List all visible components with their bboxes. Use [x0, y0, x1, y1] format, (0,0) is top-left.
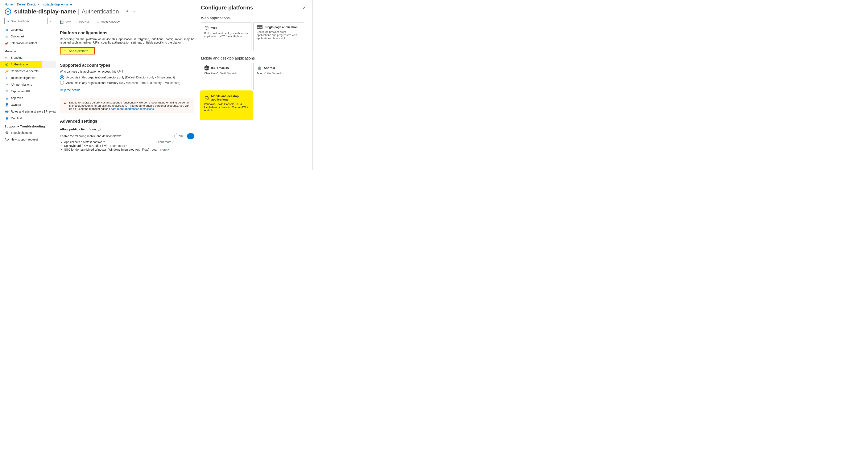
sidebar-item-roles[interactable]: 👥 Roles and administrators | Preview	[0, 108, 60, 115]
tile-title: iOS / macOS	[211, 66, 229, 70]
tile-desc: Configure browser client applications an…	[257, 30, 301, 40]
sidebar-item-overview[interactable]: ▦ Overview	[0, 26, 60, 33]
radio-label: Accounts in this organizational director…	[66, 76, 175, 79]
sidebar-item-quickstart[interactable]: ☁ Quickstart	[0, 33, 60, 40]
sidebar-item-certs[interactable]: 🔑 Certificates & secrets	[0, 68, 60, 75]
close-icon: ✕	[75, 21, 78, 24]
sidebar-item-label: Owners	[11, 103, 21, 107]
close-panel-button[interactable]: ✕	[302, 5, 307, 11]
radio-icon	[60, 75, 64, 80]
save-button[interactable]: 💾 Save	[60, 21, 71, 24]
title-page: Authentication	[82, 8, 119, 15]
toggle-yes-label: Yes	[178, 134, 183, 137]
sidebar-item-label: Roles and administrators | Preview	[11, 110, 56, 113]
svg-rect-4	[207, 97, 209, 99]
page-title: suitable-display-name | Authentication	[14, 8, 119, 15]
ticket-icon: 💬	[5, 138, 9, 141]
sidebar-item-authentication[interactable]: Authentication	[0, 61, 42, 68]
toggle-knob	[187, 133, 194, 139]
sidebar-item-manifest[interactable]: ▣ Manifest	[0, 115, 60, 122]
tile-title: Mobile and desktop applications	[211, 94, 249, 101]
learn-more-link[interactable]: Learn more↗	[152, 148, 169, 151]
sidebar-item-label: Quickstart	[11, 35, 24, 38]
panel-title: Configure platforms	[201, 4, 253, 11]
discard-button[interactable]: ✕ Discard	[75, 21, 89, 24]
key-icon: 🔑	[5, 69, 9, 73]
tile-web[interactable]: Web Build, host, and deploy a web server…	[201, 23, 252, 50]
tile-title: Web	[211, 26, 217, 29]
www-icon: www	[257, 25, 262, 29]
breadcrumb-sep: ›	[14, 3, 16, 6]
panel-section-web: Web applications	[201, 16, 307, 21]
alert-personal-accounts: ▲ Due to temporary differences in suppor…	[60, 98, 194, 113]
globe-icon	[204, 25, 209, 30]
plus-icon: ＋	[63, 49, 67, 53]
search-icon	[6, 19, 9, 23]
rocket-icon: 🚀	[5, 41, 9, 45]
more-icon[interactable]: ···	[131, 10, 135, 14]
save-icon: 💾	[60, 21, 63, 24]
radio-label: Accounts in any organizational directory…	[66, 81, 180, 85]
radio-icon	[60, 81, 64, 85]
external-link-icon: ↗	[172, 141, 174, 144]
section-platform-desc: Depending on the platform or device this…	[60, 37, 194, 44]
sidebar-item-integration[interactable]: 🚀 Integration assistant	[0, 40, 60, 47]
wrench-icon: 🛠	[5, 131, 9, 135]
learn-more-link[interactable]: Learn more↗	[156, 140, 174, 144]
sidebar-item-apiperm[interactable]: ⊸ API permissions	[0, 81, 60, 88]
feedback-button[interactable]: ♡ Got feedback?	[97, 21, 120, 24]
sidebar-item-support-request[interactable]: 💬 New support request	[0, 136, 60, 143]
sidebar-item-approles[interactable]: ▤ App roles	[0, 95, 60, 101]
external-link-icon: ↗	[167, 148, 169, 151]
breadcrumb-app[interactable]: suitable-display-name	[43, 3, 72, 6]
breadcrumb-directory[interactable]: Default Directory	[17, 3, 39, 6]
sidebar-item-label: Branding	[11, 56, 23, 59]
sidebar-item-expose[interactable]: ⟲ Expose an API	[0, 88, 60, 95]
sidebar-item-label: Expose an API	[11, 90, 30, 93]
sidebar-section-support: Support + Troubleshooting	[4, 124, 56, 128]
info-icon[interactable]: i	[98, 128, 101, 131]
sidebar-section-manage: Manage	[4, 50, 56, 53]
tile-title: Android	[264, 66, 275, 70]
collapse-sidebar-icon[interactable]: «	[49, 19, 53, 24]
expose-icon: ⟲	[5, 90, 9, 93]
tile-desc: Objective-C, Swift, Xamarin	[204, 72, 249, 75]
configure-platforms-panel: Configure platforms ✕ Web applications W…	[195, 0, 312, 170]
learn-more-link[interactable]: Learn more↗	[110, 144, 128, 147]
sidebar-item-label: New support request	[11, 138, 38, 141]
tile-desc: Build, host, and deploy a web server app…	[204, 32, 249, 38]
cloud-icon: ☁	[5, 35, 9, 38]
alert-link[interactable]: Learn more about these restrictions.	[109, 107, 154, 111]
auth-icon	[5, 63, 9, 66]
app-logo-icon	[5, 8, 11, 15]
search-box[interactable]	[4, 18, 48, 24]
warning-icon: ▲	[63, 101, 67, 111]
sidebar-item-label: Certificates & secrets	[11, 69, 38, 73]
public-client-toggle[interactable]: Yes	[174, 133, 194, 139]
manifest-icon: ▣	[5, 117, 9, 120]
sidebar-item-label: Troubleshooting	[11, 131, 32, 135]
external-link-icon: ↗	[125, 145, 128, 147]
search-input[interactable]	[10, 19, 45, 23]
breadcrumb-home[interactable]: Home	[5, 3, 12, 6]
help-decide-link[interactable]: Help me decide...	[60, 88, 83, 92]
android-icon: 🤖	[257, 65, 262, 70]
roles-icon: 👥	[5, 110, 9, 113]
add-platform-label: Add a platform	[69, 49, 88, 53]
sidebar-item-owners[interactable]: 👤 Owners	[0, 101, 60, 108]
sidebar-item-troubleshooting[interactable]: 🛠 Troubleshooting	[0, 129, 60, 136]
tile-spa[interactable]: www Single-page application Configure br…	[253, 23, 304, 50]
pin-icon[interactable]	[125, 10, 129, 14]
add-platform-button[interactable]: ＋ Add a platform	[60, 47, 95, 55]
sidebar-item-branding[interactable]: 🏷 Branding	[0, 54, 60, 61]
owners-icon: 👤	[5, 103, 9, 107]
desktop-icon	[204, 95, 209, 100]
bars-icon: ⫴	[5, 76, 9, 80]
tile-ios[interactable]: iOSmacOS iOS / macOS Objective-C, Swift,…	[201, 63, 252, 90]
panel-section-mobile: Mobile and desktop applications	[201, 56, 307, 61]
toolbar-separator	[93, 20, 93, 24]
tile-android[interactable]: 🤖 Android Java, Kotlin, Xamarin	[253, 63, 304, 90]
sidebar-item-tokenconfig[interactable]: ⫴ Token configuration	[0, 75, 60, 81]
tile-mobile-desktop[interactable]: Mobile and desktop applications Windows,…	[201, 92, 252, 119]
api-icon: ⊸	[5, 83, 9, 86]
